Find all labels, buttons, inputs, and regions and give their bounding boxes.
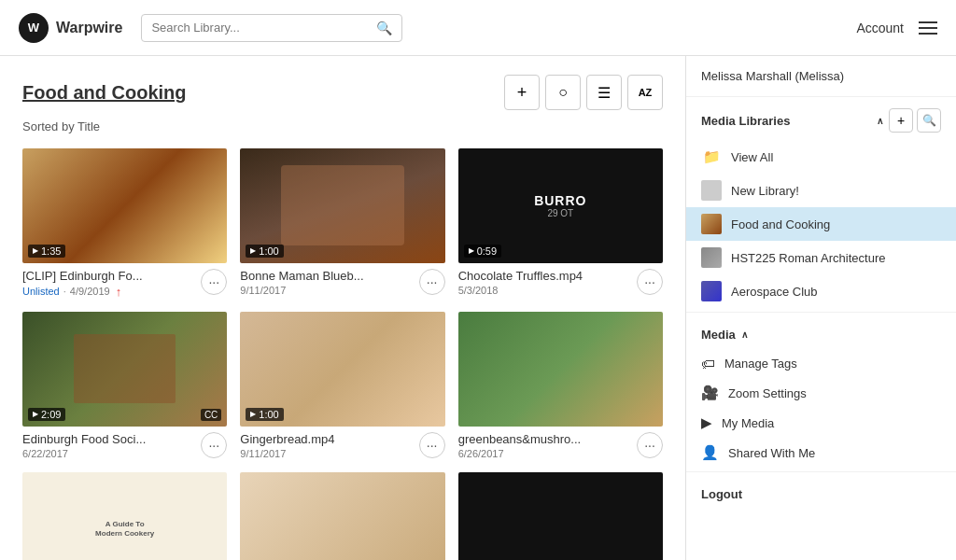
- more-options-button[interactable]: ···: [637, 269, 663, 295]
- more-options-button[interactable]: ···: [419, 432, 445, 458]
- aerospace-club-label: Aerospace Club: [731, 285, 818, 299]
- video-info: greenbeans&mushro...6/26/2017···: [458, 432, 663, 459]
- video-card[interactable]: greenbeans&mushro...6/26/2017···: [458, 312, 663, 459]
- video-info: Bonne Maman Blueb...9/11/2017···: [240, 269, 444, 296]
- video-meta: Chocolate Truffles.mp45/3/2018: [458, 269, 633, 296]
- food-cooking-thumb: [701, 214, 722, 234]
- media-section-header: Media ∧: [686, 316, 956, 349]
- sidebar-item-food-cooking[interactable]: Food and Cooking: [686, 207, 956, 241]
- list-button[interactable]: ☰: [586, 75, 622, 110]
- aerospace-club-thumb: [701, 281, 722, 301]
- account-label[interactable]: Account: [856, 21, 904, 35]
- video-thumbnail: [458, 472, 663, 560]
- video-thumbnail: [458, 312, 663, 427]
- food-cooking-label: Food and Cooking: [731, 217, 830, 231]
- video-info: [CLIP] Edinburgh Fo...Unlisted·4/9/2019↑…: [22, 269, 227, 299]
- layout: Food and Cooking + ○ ☰ AZ Sorted by Titl…: [0, 56, 956, 560]
- video-meta: Gingerbread.mp49/11/2017: [240, 432, 415, 459]
- video-meta: Bonne Maman Blueb...9/11/2017: [240, 269, 415, 296]
- video-title: Gingerbread.mp4: [240, 432, 415, 446]
- video-info: Edinburgh Food Soci...6/22/2017···: [22, 432, 227, 459]
- video-title: Chocolate Truffles.mp4: [458, 269, 633, 283]
- video-date: 5/3/2018: [458, 285, 633, 296]
- toolbar: + ○ ☰ AZ: [504, 75, 663, 110]
- circle-button[interactable]: ○: [545, 75, 581, 110]
- sidebar-item-my-media[interactable]: ▶ My Media: [686, 408, 956, 438]
- person-icon: 👤: [701, 444, 719, 461]
- video-card[interactable]: ▶1:00Bonne Maman Blueb...9/11/2017···: [240, 148, 444, 299]
- video-grid: ▶1:35[CLIP] Edinburgh Fo...Unlisted·4/9/…: [22, 148, 663, 560]
- logo-icon: W: [19, 13, 49, 43]
- video-date: 9/11/2017: [240, 448, 415, 459]
- more-options-button[interactable]: ···: [201, 432, 227, 458]
- search-icon: 🔍: [376, 21, 392, 35]
- sidebar-user: Melissa Marshall (Melissa): [686, 56, 956, 97]
- sidebar-item-view-all[interactable]: 📁 View All: [686, 140, 956, 174]
- sidebar-item-shared-with-me[interactable]: 👤 Shared With Me: [686, 438, 956, 468]
- video-duration: ▶1:00: [246, 245, 283, 258]
- video-date: 6/22/2017: [22, 448, 197, 459]
- media-libraries-header: Media Libraries ∧ + 🔍: [686, 97, 956, 140]
- video-duration: ▶1:35: [28, 245, 65, 258]
- sorted-by: Sorted by Title: [22, 119, 663, 133]
- my-media-label: My Media: [722, 416, 774, 430]
- play-icon: ▶: [701, 414, 712, 431]
- main-content: Food and Cooking + ○ ☰ AZ Sorted by Titl…: [0, 56, 685, 560]
- more-options-button[interactable]: ···: [201, 269, 227, 295]
- video-thumbnail: A Guide ToModern Cookery: [22, 472, 227, 560]
- hamburger-menu[interactable]: [919, 21, 937, 35]
- logout-section[interactable]: Logout: [686, 476, 956, 512]
- search-input[interactable]: [151, 21, 371, 35]
- video-card[interactable]: BURRO29 OT▶0:59Chocolate Truffles.mp45/3…: [458, 148, 663, 299]
- logo-text: Warpwire: [56, 20, 122, 36]
- video-card[interactable]: A Guide ToModern CookeryA Guide To Moder…: [22, 472, 227, 560]
- chevron-up-icon: ∧: [877, 116, 883, 126]
- new-library-label: New Library!: [731, 184, 799, 198]
- logo[interactable]: W Warpwire: [19, 13, 122, 43]
- logout-label: Logout: [701, 487, 742, 501]
- sidebar: Melissa Marshall (Melissa) Media Librari…: [685, 56, 956, 560]
- video-card[interactable]: [458, 472, 663, 560]
- chevron-up-media-icon: ∧: [741, 329, 748, 340]
- zoom-icon: 🎥: [701, 385, 719, 401]
- video-card[interactable]: ▶1:00Gingerbread.mp49/11/2017···: [240, 312, 444, 459]
- sidebar-item-new-library[interactable]: New Library!: [686, 174, 956, 207]
- media-label: Media: [701, 328, 736, 342]
- more-options-button[interactable]: ···: [637, 432, 663, 458]
- sidebar-item-zoom-settings[interactable]: 🎥 Zoom Settings: [686, 378, 956, 408]
- media-section: Media ∧ 🏷 Manage Tags 🎥 Zoom Settings ▶ …: [686, 316, 956, 468]
- search-library-button[interactable]: 🔍: [917, 108, 941, 133]
- shared-with-me-label: Shared With Me: [728, 446, 815, 460]
- video-title: greenbeans&mushro...: [458, 432, 633, 446]
- video-thumbnail: ▶1:00: [240, 312, 444, 427]
- video-meta: greenbeans&mushro...6/26/2017: [458, 432, 633, 459]
- video-meta: Edinburgh Food Soci...6/22/2017: [22, 432, 197, 459]
- video-info: Chocolate Truffles.mp45/3/2018···: [458, 269, 663, 296]
- video-thumbnail: [240, 472, 444, 560]
- tag-icon: 🏷: [701, 356, 715, 371]
- video-thumbnail: ▶1:35: [22, 148, 227, 263]
- sidebar-item-aerospace-club[interactable]: Aerospace Club: [686, 274, 956, 308]
- sidebar-item-manage-tags[interactable]: 🏷 Manage Tags: [686, 349, 956, 378]
- sort-az-button[interactable]: AZ: [627, 75, 663, 110]
- more-options-button[interactable]: ···: [419, 269, 445, 295]
- video-date: 4/9/2019: [70, 286, 110, 297]
- add-library-button[interactable]: +: [889, 108, 913, 133]
- video-meta: [CLIP] Edinburgh Fo...Unlisted·4/9/2019↑: [22, 269, 197, 299]
- video-title: [CLIP] Edinburgh Fo...: [22, 269, 197, 283]
- video-card[interactable]: ▶2:09CCEdinburgh Food Soci...6/22/2017··…: [22, 312, 227, 459]
- folder-icon: 📁: [701, 147, 722, 167]
- video-card[interactable]: ▶1:35[CLIP] Edinburgh Fo...Unlisted·4/9/…: [22, 148, 227, 299]
- video-card[interactable]: [240, 472, 444, 560]
- cc-badge: CC: [201, 409, 221, 421]
- video-title: Bonne Maman Blueb...: [240, 269, 415, 283]
- video-duration: ▶1:00: [246, 408, 283, 421]
- zoom-settings-label: Zoom Settings: [728, 386, 807, 400]
- search-bar[interactable]: 🔍: [141, 14, 402, 42]
- video-duration: ▶0:59: [464, 245, 501, 258]
- add-button[interactable]: +: [504, 75, 540, 110]
- new-library-icon: [701, 180, 722, 201]
- sidebar-item-roman-architecture[interactable]: HST225 Roman Architecture: [686, 241, 956, 274]
- page-header: Food and Cooking + ○ ☰ AZ: [22, 75, 663, 110]
- page-title: Food and Cooking: [22, 82, 187, 104]
